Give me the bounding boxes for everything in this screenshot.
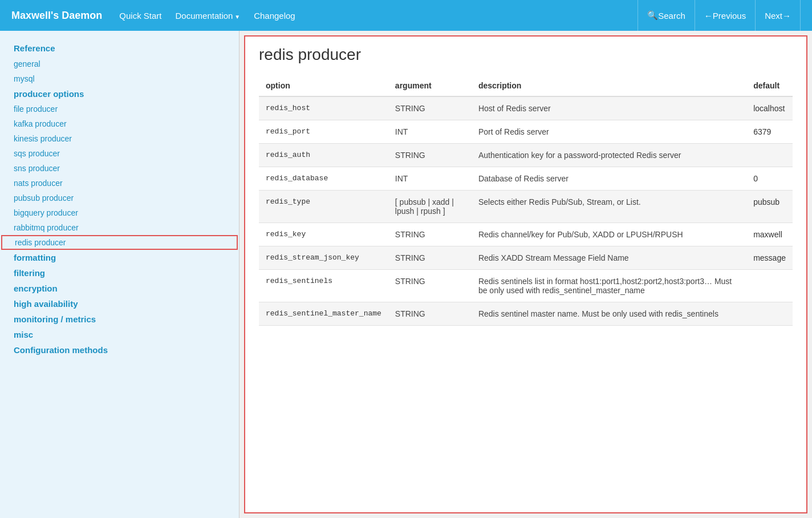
cell-option: redis_stream_json_key: [259, 246, 388, 270]
table-row: redis_type[ pubsub | xadd | lpush | rpus…: [259, 191, 793, 223]
cell-option: redis_type: [259, 191, 388, 223]
table-row: redis_keySTRINGRedis channel/key for Pub…: [259, 223, 793, 246]
cell-description: Authentication key for a password-protec…: [472, 144, 746, 167]
sidebar-item-rabbitmq-producer[interactable]: rabbitmq producer: [0, 220, 239, 235]
sidebar-item-producer-options[interactable]: producer options: [0, 86, 239, 102]
cell-default: message: [746, 246, 793, 270]
sidebar: Reference general mysql producer options…: [0, 31, 239, 518]
col-header-argument: argument: [388, 75, 472, 96]
cell-argument: [ pubsub | xadd | lpush | rpush ]: [388, 191, 472, 223]
cell-argument: STRING: [388, 270, 472, 302]
cell-argument: STRING: [388, 144, 472, 167]
cell-default: maxwell: [746, 223, 793, 246]
cell-option: redis_port: [259, 120, 388, 144]
main-content: redis producer option argument descripti…: [244, 35, 807, 513]
arrow-right-icon: [782, 11, 791, 21]
sidebar-item-encryption[interactable]: encryption: [0, 281, 239, 296]
sidebar-item-mysql[interactable]: mysql: [0, 71, 239, 86]
table-row: redis_authSTRINGAuthentication key for a…: [259, 144, 793, 167]
col-header-description: description: [472, 75, 746, 96]
previous-button[interactable]: Previous: [695, 0, 755, 31]
arrow-left-icon: [704, 11, 713, 21]
cell-option: redis_sentinel_master_name: [259, 302, 388, 326]
layout: Reference general mysql producer options…: [0, 31, 812, 518]
cell-default: localhost: [746, 96, 793, 120]
cell-option: redis_database: [259, 167, 388, 191]
navbar-link-changelog[interactable]: Changelog: [254, 11, 295, 21]
sidebar-item-formatting[interactable]: formatting: [0, 250, 239, 265]
sidebar-item-pubsub-producer[interactable]: pubsub producer: [0, 191, 239, 205]
cell-default: [746, 144, 793, 167]
cell-default: 6379: [746, 120, 793, 144]
sidebar-item-misc[interactable]: misc: [0, 327, 239, 342]
cell-argument: STRING: [388, 246, 472, 270]
page-title: redis producer: [259, 46, 793, 64]
cell-argument: STRING: [388, 302, 472, 326]
table-row: redis_portINTPort of Redis server6379: [259, 120, 793, 144]
sidebar-item-high-availability[interactable]: high availability: [0, 296, 239, 311]
cell-argument: STRING: [388, 96, 472, 120]
sidebar-item-configuration-methods[interactable]: Configuration methods: [0, 342, 239, 358]
sidebar-item-file-producer[interactable]: file producer: [0, 102, 239, 116]
navbar-right: 🔍 Search Previous Next: [638, 0, 801, 31]
sidebar-item-monitoring-metrics[interactable]: monitoring / metrics: [0, 311, 239, 327]
sidebar-item-bigquery-producer[interactable]: bigquery producer: [0, 205, 239, 220]
sidebar-item-sns-producer[interactable]: sns producer: [0, 161, 239, 176]
cell-option: redis_host: [259, 96, 388, 120]
cell-argument: INT: [388, 167, 472, 191]
options-table: option argument description default redi…: [259, 75, 793, 326]
navbar-link-quickstart[interactable]: Quick Start: [119, 11, 161, 21]
next-button[interactable]: Next: [755, 0, 801, 31]
sidebar-item-redis-producer[interactable]: redis producer: [1, 235, 238, 250]
sidebar-item-filtering[interactable]: filtering: [0, 265, 239, 281]
cell-default: [746, 302, 793, 326]
cell-description: Redis sentinels list in format host1:por…: [472, 270, 746, 302]
search-icon: 🔍: [647, 10, 658, 21]
cell-option: redis_key: [259, 223, 388, 246]
table-row: redis_stream_json_keySTRINGRedis XADD St…: [259, 246, 793, 270]
navbar: Maxwell's Daemon Quick Start Documentati…: [0, 0, 812, 31]
cell-argument: INT: [388, 120, 472, 144]
cell-argument: STRING: [388, 223, 472, 246]
navbar-links: Quick Start Documentation Changelog: [119, 11, 638, 21]
cell-default: pubsub: [746, 191, 793, 223]
cell-description: Redis sentinel master name. Must be only…: [472, 302, 746, 326]
navbar-link-documentation[interactable]: Documentation: [176, 11, 241, 21]
table-row: redis_sentinelsSTRINGRedis sentinels lis…: [259, 270, 793, 302]
table-row: redis_hostSTRINGHost of Redis serverloca…: [259, 96, 793, 120]
sidebar-section-title: Reference: [0, 40, 239, 56]
cell-description: Host of Redis server: [472, 96, 746, 120]
sidebar-item-sqs-producer[interactable]: sqs producer: [0, 146, 239, 161]
cell-description: Redis XADD Stream Message Field Name: [472, 246, 746, 270]
sidebar-item-kinesis-producer[interactable]: kinesis producer: [0, 131, 239, 146]
cell-description: Redis channel/key for Pub/Sub, XADD or L…: [472, 223, 746, 246]
col-header-default: default: [746, 75, 793, 96]
cell-default: 0: [746, 167, 793, 191]
table-header-row: option argument description default: [259, 75, 793, 96]
cell-description: Port of Redis server: [472, 120, 746, 144]
table-row: redis_databaseINTDatabase of Redis serve…: [259, 167, 793, 191]
cell-default: [746, 270, 793, 302]
cell-description: Selects either Redis Pub/Sub, Stream, or…: [472, 191, 746, 223]
cell-option: redis_sentinels: [259, 270, 388, 302]
col-header-option: option: [259, 75, 388, 96]
search-button[interactable]: 🔍 Search: [638, 0, 695, 31]
sidebar-item-nats-producer[interactable]: nats producer: [0, 176, 239, 191]
cell-description: Database of Redis server: [472, 167, 746, 191]
sidebar-item-general[interactable]: general: [0, 56, 239, 71]
cell-option: redis_auth: [259, 144, 388, 167]
sidebar-item-kafka-producer[interactable]: kafka producer: [0, 116, 239, 131]
navbar-brand[interactable]: Maxwell's Daemon: [11, 10, 102, 22]
table-row: redis_sentinel_master_nameSTRINGRedis se…: [259, 302, 793, 326]
